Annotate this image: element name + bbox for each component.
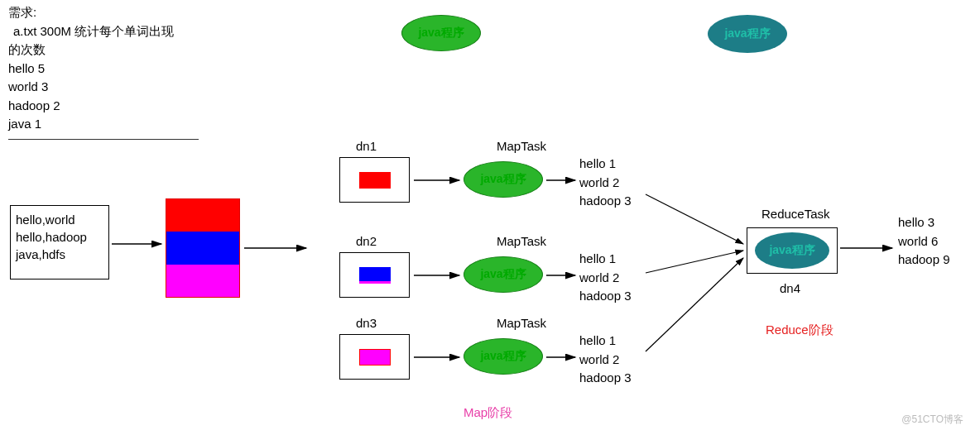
svg-line-9 xyxy=(646,251,743,273)
req-row3: java 1 xyxy=(8,115,215,134)
input-file-box: hello,world hello,hadoop java,hdfs xyxy=(10,205,109,280)
req-row0: hello 5 xyxy=(8,60,215,79)
kv-row: hello 1 xyxy=(579,250,632,269)
out-row: world 6 xyxy=(898,232,950,251)
req-line2: 的次数 xyxy=(8,41,215,60)
dn2-kv: hello 1 world 2 hadoop 3 xyxy=(579,250,632,306)
java-label: java程序 xyxy=(418,26,464,41)
req-line1: a.txt 300M 统计每个单词出现 xyxy=(8,22,215,41)
split-block-box xyxy=(166,198,240,298)
requirement-block: 需求: a.txt 300M 统计每个单词出现 的次数 hello 5 worl… xyxy=(8,3,215,140)
dn3-task-label: MapTask xyxy=(497,316,546,330)
dn3-label: dn3 xyxy=(356,316,377,330)
dn1-label: dn1 xyxy=(356,139,377,153)
dn1-inner-block xyxy=(359,172,391,189)
req-title: 需求: xyxy=(8,3,215,22)
svg-line-8 xyxy=(646,194,743,244)
dn2-label: dn2 xyxy=(356,234,377,248)
dn1-kv: hello 1 world 2 hadoop 3 xyxy=(579,155,632,211)
dn1-box xyxy=(339,157,410,203)
kv-row: hadoop 3 xyxy=(579,192,632,211)
kv-row: hello 1 xyxy=(579,155,632,174)
reduce-java-ellipse: java程序 xyxy=(755,232,829,269)
reduce-phase-label: Reduce阶段 xyxy=(766,322,833,338)
reduce-box: java程序 xyxy=(747,227,838,274)
svg-line-10 xyxy=(646,258,743,351)
dn3-kv: hello 1 world 2 hadoop 3 xyxy=(579,332,632,388)
watermark: @51CTO博客 xyxy=(901,413,963,427)
dn4-label: dn4 xyxy=(780,281,800,295)
divider xyxy=(8,139,199,140)
dn2-box xyxy=(339,252,410,298)
dn1-java-ellipse: java程序 xyxy=(464,161,543,198)
java-program-ellipse-top-teal: java程序 xyxy=(708,15,787,53)
input-line0: hello,world xyxy=(16,211,103,228)
dn3-box xyxy=(339,334,410,380)
req-row2: hadoop 2 xyxy=(8,97,215,116)
dn2-task-label: MapTask xyxy=(497,234,546,248)
out-row: hello 3 xyxy=(898,213,950,232)
req-row1: world 3 xyxy=(8,78,215,97)
reduce-task-label: ReduceTask xyxy=(761,207,830,221)
input-line2: java,hdfs xyxy=(16,246,103,263)
kv-row: hadoop 3 xyxy=(579,287,632,306)
kv-row: world 2 xyxy=(579,269,632,288)
kv-row: world 2 xyxy=(579,351,632,370)
out-row: hadoop 9 xyxy=(898,251,950,270)
map-phase-label: Map阶段 xyxy=(464,405,512,421)
kv-row: world 2 xyxy=(579,174,632,193)
dn2-java-ellipse: java程序 xyxy=(464,256,543,293)
kv-row: hello 1 xyxy=(579,332,632,351)
java-program-ellipse-top-green: java程序 xyxy=(401,15,481,51)
split-block-2 xyxy=(166,232,239,264)
split-block-1 xyxy=(166,199,239,232)
reduce-output: hello 3 world 6 hadoop 9 xyxy=(898,213,950,270)
dn3-inner-block xyxy=(359,349,391,366)
dn1-task-label: MapTask xyxy=(497,139,546,153)
java-label: java程序 xyxy=(480,172,526,187)
input-line1: hello,hadoop xyxy=(16,228,103,246)
java-label: java程序 xyxy=(724,26,770,41)
dn2-inner-block xyxy=(359,267,391,284)
kv-row: hadoop 3 xyxy=(579,369,632,388)
java-label: java程序 xyxy=(480,267,526,282)
java-label: java程序 xyxy=(480,349,526,364)
java-label: java程序 xyxy=(769,243,814,258)
split-block-3 xyxy=(166,265,239,297)
dn3-java-ellipse: java程序 xyxy=(464,338,543,375)
